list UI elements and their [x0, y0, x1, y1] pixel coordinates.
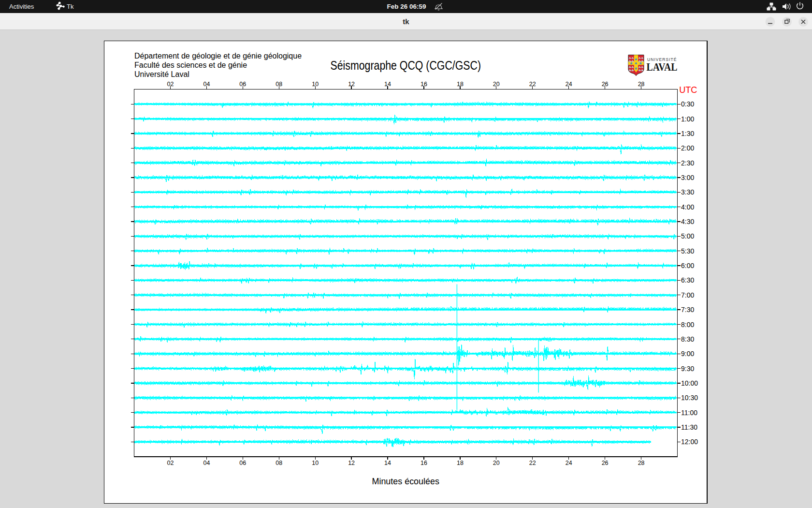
svg-text:16: 16 [420, 460, 427, 466]
svg-text:11:00: 11:00 [681, 409, 697, 417]
svg-text:5:30: 5:30 [681, 247, 694, 255]
svg-text:Minutes écoulées: Minutes écoulées [372, 476, 439, 486]
svg-text:12:00: 12:00 [681, 438, 698, 446]
svg-text:10:00: 10:00 [681, 379, 698, 387]
svg-text:7:00: 7:00 [681, 291, 694, 299]
svg-text:9:30: 9:30 [681, 365, 694, 373]
svg-text:3:00: 3:00 [681, 174, 694, 181]
svg-text:Tk: Tk [67, 3, 74, 10]
svg-text:2:00: 2:00 [681, 144, 694, 152]
svg-text:26: 26 [602, 460, 609, 466]
svg-text:8:00: 8:00 [681, 321, 694, 329]
svg-text:11:30: 11:30 [681, 423, 697, 431]
svg-text:0:30: 0:30 [681, 100, 694, 108]
svg-text:04: 04 [203, 460, 210, 466]
svg-text:20: 20 [493, 460, 500, 466]
svg-text:22: 22 [529, 460, 536, 466]
svg-text:12: 12 [348, 460, 355, 466]
svg-text:7:30: 7:30 [681, 306, 694, 314]
svg-text:Activities: Activities [9, 3, 34, 10]
svg-text:24: 24 [566, 460, 572, 466]
svg-text:LAVAL: LAVAL [647, 60, 678, 73]
svg-text:10: 10 [312, 460, 319, 466]
svg-text:1:00: 1:00 [681, 115, 694, 123]
svg-text:8:30: 8:30 [681, 335, 694, 343]
svg-text:Département de géologie et de: Département de géologie et de génie géol… [134, 52, 302, 60]
svg-text:2:30: 2:30 [681, 159, 694, 167]
svg-text:Séismographe QCQ (CGC/GSC): Séismographe QCQ (CGC/GSC) [331, 59, 481, 72]
svg-text:6:30: 6:30 [681, 276, 694, 284]
svg-text:5:00: 5:00 [681, 232, 694, 240]
svg-text:14: 14 [384, 460, 391, 466]
svg-text:28: 28 [638, 460, 645, 466]
svg-text:08: 08 [276, 460, 282, 466]
svg-text:10:30: 10:30 [681, 394, 698, 402]
svg-text:6:00: 6:00 [681, 262, 694, 269]
svg-text:02: 02 [167, 460, 174, 466]
svg-text:tk: tk [403, 17, 409, 26]
svg-text:06: 06 [239, 460, 246, 466]
svg-text:9:00: 9:00 [681, 350, 694, 358]
svg-text:1:30: 1:30 [681, 130, 694, 137]
svg-text:4:30: 4:30 [681, 218, 694, 225]
svg-text:Feb 26 06:59: Feb 26 06:59 [387, 3, 426, 10]
svg-text:Faculté des sciences et de gén: Faculté des sciences et de génie [134, 61, 247, 69]
svg-text:3:30: 3:30 [681, 188, 694, 196]
svg-text:Université Laval: Université Laval [134, 70, 189, 78]
svg-text:UTC: UTC [679, 85, 697, 95]
svg-text:18: 18 [457, 460, 464, 466]
svg-text:4:00: 4:00 [681, 203, 694, 211]
